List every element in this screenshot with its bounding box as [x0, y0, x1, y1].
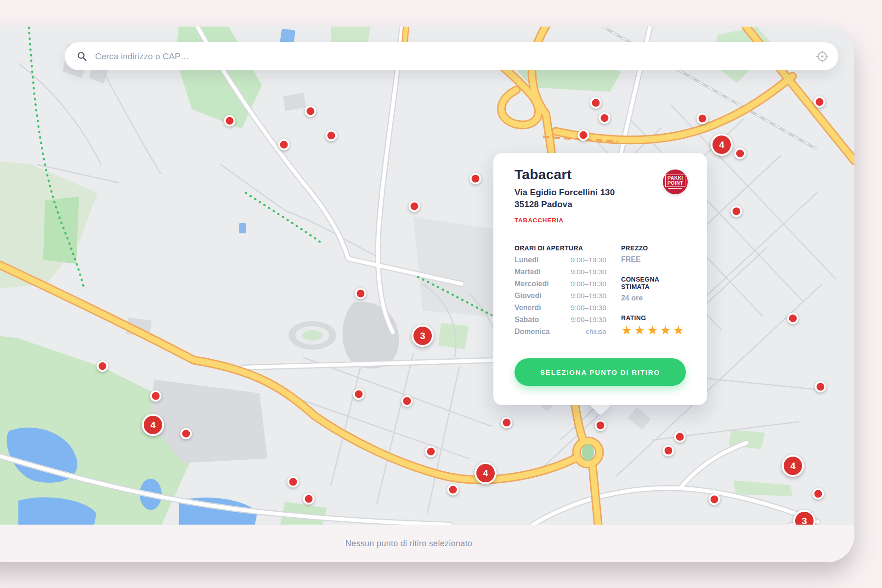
crosshair-icon — [815, 50, 829, 63]
hours-row: Mercoledì9:00–19:30 — [514, 280, 606, 288]
map-pin[interactable] — [150, 390, 162, 402]
cluster-marker[interactable]: 3 — [793, 510, 815, 525]
hours-row: Lunedì9:00–19:30 — [514, 256, 606, 264]
map-panel: 434443 Tabacart Via Egidio Forcellini 13… — [0, 27, 854, 562]
cluster-marker[interactable]: 4 — [475, 462, 497, 484]
map-pin[interactable] — [401, 396, 413, 407]
map-pin[interactable] — [709, 494, 720, 505]
map-pin[interactable] — [731, 206, 742, 217]
cluster-marker[interactable]: 4 — [711, 134, 733, 156]
page: 434443 Tabacart Via Egidio Forcellini 13… — [0, 0, 882, 588]
map-pin[interactable] — [425, 446, 437, 458]
search-input[interactable] — [94, 51, 838, 62]
cluster-marker[interactable]: 3 — [412, 325, 434, 347]
map-pin[interactable] — [355, 288, 367, 300]
map-pin[interactable] — [787, 313, 799, 324]
locate-me-button[interactable] — [815, 50, 829, 63]
map-pin[interactable] — [278, 139, 290, 151]
selected-pin[interactable] — [595, 420, 606, 431]
price-section: PREZZO FREE — [621, 244, 686, 264]
delivery-section: CONSEGNA STIMATA 24 ore — [621, 276, 686, 302]
marker-layer: 434443 — [0, 27, 854, 525]
cluster-marker[interactable]: 4 — [142, 414, 164, 436]
map-pin[interactable] — [224, 115, 236, 127]
map-pin[interactable] — [305, 106, 317, 117]
hours-heading: ORARI DI APERTURA — [514, 244, 606, 252]
search-icon — [77, 51, 87, 62]
map-pin[interactable] — [815, 381, 826, 393]
pakkipoint-logo: PAKKI POINT — [663, 170, 688, 194]
map-pin[interactable] — [814, 96, 825, 108]
map-pin[interactable] — [97, 361, 108, 372]
map-pin[interactable] — [578, 130, 589, 141]
popup-address-line2: 35128 Padova — [514, 198, 686, 210]
search-bar — [65, 42, 838, 70]
map-pin[interactable] — [599, 113, 611, 124]
map-pin[interactable] — [447, 484, 459, 496]
map-pin[interactable] — [288, 476, 299, 488]
cluster-marker[interactable]: 4 — [782, 455, 804, 477]
map-pin[interactable] — [409, 201, 420, 212]
map-pin[interactable] — [813, 488, 824, 500]
price-value: FREE — [621, 255, 686, 264]
hours-row: Martedì9:00–19:30 — [514, 268, 606, 276]
map-pin[interactable] — [697, 113, 708, 124]
rating-heading: RATING — [621, 314, 686, 322]
popup-title: Tabacart — [514, 167, 686, 182]
pickup-point-popup: Tabacart Via Egidio Forcellini 130 35128… — [493, 153, 707, 405]
map-pin[interactable] — [326, 130, 337, 141]
map-pin[interactable] — [353, 389, 365, 400]
rating-stars: ★★★★★ — [621, 323, 686, 337]
rating-section: RATING ★★★★★ — [621, 314, 686, 337]
hours-row: Sabato9:00–19:30 — [514, 316, 606, 323]
logo-tagline — [668, 188, 682, 189]
map-canvas[interactable]: 434443 Tabacart Via Egidio Forcellini 13… — [0, 27, 854, 525]
price-heading: PREZZO — [621, 244, 686, 252]
popup-category-badge: TABACCHERIA — [514, 217, 686, 224]
map-pin[interactable] — [674, 431, 686, 443]
map-pin[interactable] — [501, 417, 513, 429]
map-pin[interactable] — [735, 148, 746, 159]
logo-line2: POINT — [667, 181, 683, 186]
hours-row: Giovedì9:00–19:30 — [514, 292, 606, 300]
popup-address-line1: Via Egidio Forcellini 130 — [514, 187, 686, 198]
map-pin[interactable] — [470, 173, 481, 185]
opening-hours-section: ORARI DI APERTURA Lunedì9:00–19:30 Marte… — [514, 244, 606, 337]
map-pin[interactable] — [303, 493, 315, 505]
map-pin[interactable] — [590, 97, 602, 109]
map-pin[interactable] — [181, 428, 192, 440]
delivery-value: 24 ore — [621, 294, 686, 302]
select-pickup-point-button[interactable]: SELEZIONA PUNTO DI RITIRO — [514, 358, 686, 386]
delivery-heading: CONSEGNA STIMATA — [621, 276, 686, 290]
status-bar: Nessun punto di ritiro selezionato — [0, 525, 854, 562]
status-text: Nessun punto di ritiro selezionato — [345, 539, 472, 548]
hours-row: Venerdì9:00–19:30 — [514, 304, 606, 311]
hours-row: Domenicachiuso — [514, 328, 606, 335]
popup-divider — [514, 234, 686, 234]
map-pin[interactable] — [663, 445, 674, 457]
